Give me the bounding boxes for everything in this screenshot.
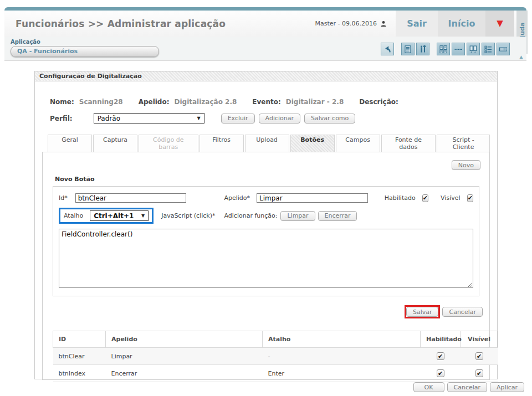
row-visivel-checkbox[interactable]: ✔ (475, 352, 483, 360)
javascript-label: JavaScript (click)* (161, 212, 215, 219)
funcao-encerrar-button[interactable]: Encerrar (318, 211, 357, 221)
checklist-icon[interactable] (482, 43, 495, 55)
salvar-button[interactable]: Salvar (406, 307, 439, 317)
header-actions: Master - 09.06.2016 Sair Início ▼ (315, 11, 514, 37)
id-label: Id* (59, 194, 68, 202)
perfil-select-value: Padrão (98, 115, 120, 122)
form-row-2: Atalho Ctrl+Alt+1 ▼ JavaScript (click)* … (59, 208, 473, 224)
tab-script-cliente[interactable]: Script - Cliente (437, 135, 490, 152)
application-selector[interactable]: QA - Funcionários (11, 46, 159, 57)
keyboard-icon[interactable] (497, 43, 510, 55)
descricao-pair: Descrição: (359, 98, 403, 106)
tab-fonte-de-dados[interactable]: Fonte de dados (381, 135, 436, 152)
botoes-tab-content: Novo Novo Botão Id* Apelido* Habilitado … (42, 152, 490, 380)
cell-visivel: ✔ (461, 365, 498, 382)
menu-dropdown-button[interactable]: ▼ (485, 11, 514, 37)
buttons-table: ID Apelido Atalho Habilitado Visível btn… (53, 331, 498, 382)
adicionar-funcao-label: Adicionar função: (224, 212, 277, 219)
apelido-input[interactable] (257, 193, 368, 203)
config-panel: Configuração de Digitalização Nome: Scan… (34, 71, 498, 379)
row-habilitado-checkbox[interactable]: ✔ (437, 352, 444, 360)
perfil-select[interactable]: Padrão ▼ (94, 113, 204, 124)
funcao-limpar-button[interactable]: Limpar (280, 211, 315, 221)
application-bar: Aplicação QA - Funcionários (4, 37, 526, 61)
row-habilitado-checkbox[interactable]: ✔ (437, 369, 444, 377)
tab-codigo-de-barras: Código de barras (139, 135, 198, 152)
cell-habilitado: ✔ (421, 348, 461, 365)
page: Funcionários >> Administrar aplicação Ma… (0, 0, 532, 396)
document-icon[interactable] (401, 43, 415, 55)
page-title: Funcionários >> Administrar aplicação (16, 18, 226, 29)
col-visivel[interactable]: Visível (461, 331, 498, 348)
novo-row: Novo (49, 160, 480, 170)
sair-button[interactable]: Sair (396, 11, 438, 37)
ok-button[interactable]: OK (413, 382, 444, 392)
id-input[interactable] (75, 193, 187, 203)
panel-title: Configuração de Digitalização (35, 71, 497, 81)
descricao-label: Descrição: (359, 98, 398, 106)
cell-atalho: - (263, 348, 421, 365)
evento-label: Evento: (252, 98, 280, 106)
pages-icon[interactable] (467, 43, 480, 55)
tab-upload[interactable]: Upload (245, 135, 289, 152)
apelido-value: Digitalização 2.8 (175, 98, 237, 106)
nome-label: Nome: (50, 98, 74, 106)
tab-captura[interactable]: Captura (93, 135, 137, 152)
atalho-select[interactable]: Ctrl+Alt+1 ▼ (90, 210, 149, 221)
row-visivel-checkbox[interactable]: ✔ (475, 369, 483, 377)
table-header-row: ID Apelido Atalho Habilitado Visível (53, 331, 498, 348)
novo-button[interactable]: Novo (452, 160, 480, 170)
collapse-icon[interactable]: ▲ (519, 54, 523, 60)
tab-filtros[interactable]: Filtros (200, 135, 244, 152)
apelido-label: Apelido: (139, 98, 170, 106)
nome-value: Scanning28 (79, 98, 123, 106)
aplicar-button[interactable]: Aplicar (490, 382, 524, 392)
documents-grid-icon[interactable] (437, 43, 450, 55)
javascript-editor[interactable]: FieldController.clear() (59, 229, 473, 288)
perfil-label: Perfil: (50, 115, 73, 122)
form-row-1: Id* Apelido* Habilitado ✔ Visível ✔ (59, 193, 473, 203)
tab-geral[interactable]: Geral (48, 135, 92, 152)
apelido-field-label: Apelido* (224, 194, 250, 202)
tab-botoes[interactable]: Botões (290, 135, 335, 152)
habilitado-checkbox[interactable]: ✔ (422, 194, 428, 202)
atalho-highlight-box: Atalho Ctrl+Alt+1 ▼ (59, 208, 154, 224)
cell-atalho: Enter (263, 365, 421, 382)
visivel-checkbox[interactable]: ✔ (467, 194, 473, 202)
footer-cancelar-button[interactable]: Cancelar (447, 382, 488, 392)
user-info-text: Master - 09.06.2016 (315, 20, 377, 27)
col-atalho[interactable]: Atalho (263, 331, 421, 348)
user-info: Master - 09.06.2016 (315, 11, 387, 37)
cell-id: btnClear (53, 348, 106, 365)
perfil-buttons: Excluir Adicionar Salvar como (221, 114, 356, 124)
tools-icon[interactable] (416, 43, 429, 55)
red-triangle-icon: ▼ (497, 19, 503, 28)
excluir-button[interactable]: Excluir (221, 114, 255, 124)
apelido-pair: Apelido: Digitalização 2.8 (139, 98, 237, 106)
visivel-label: Visível (441, 194, 460, 202)
inicio-button[interactable]: Início (438, 11, 485, 37)
footer-buttons: OK Cancelar Aplicar (413, 382, 524, 392)
ellipsis-icon[interactable] (452, 43, 465, 55)
cell-visivel: ✔ (461, 348, 498, 365)
salvar-como-button[interactable]: Salvar como (304, 114, 355, 124)
table-row[interactable]: btnIndex Encerrar Enter ✔ ✔ (53, 365, 498, 382)
form-action-row: Salvar Cancelar (49, 305, 483, 318)
col-id[interactable]: ID (53, 331, 106, 348)
user-icon (380, 20, 387, 27)
atalho-label: Atalho (64, 212, 83, 219)
col-habilitado[interactable]: Habilitado (421, 331, 461, 348)
salvar-highlight-box: Salvar (405, 305, 441, 318)
adicionar-button[interactable]: Adicionar (259, 114, 300, 124)
aplicacao-label: Aplicação (11, 39, 40, 45)
cell-habilitado: ✔ (421, 365, 461, 382)
atalho-select-value: Ctrl+Alt+1 (94, 212, 134, 220)
habilitado-label: Habilitado (385, 194, 416, 202)
cancelar-button[interactable]: Cancelar (442, 307, 483, 317)
button-form-group: Id* Apelido* Habilitado ✔ Visível ✔ Atal… (53, 186, 479, 296)
undo-icon[interactable] (381, 43, 394, 55)
tab-campos[interactable]: Campos (336, 135, 380, 152)
col-apelido[interactable]: Apelido (106, 331, 263, 348)
evento-pair: Evento: Digitalizar - 2.8 (252, 98, 344, 106)
table-row[interactable]: btnClear Limpar - ✔ ✔ (53, 348, 498, 365)
